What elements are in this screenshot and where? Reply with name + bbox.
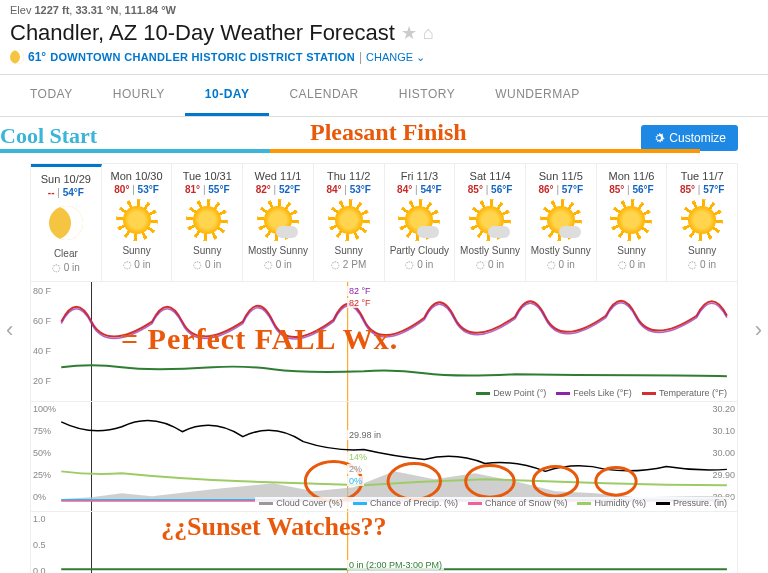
annotation-pleasant-finish: Pleasant Finish	[310, 119, 467, 146]
customize-button[interactable]: Customize	[641, 125, 738, 151]
day-precip: ◌ 0 in	[245, 259, 311, 270]
day-precip: ◌ 0 in	[174, 259, 240, 270]
chart2-legend: Cloud Cover (%) Chance of Precip. (%) Ch…	[255, 497, 731, 509]
day-date: Tue 10/31	[174, 170, 240, 182]
hum-plot-svg	[31, 402, 737, 511]
day-precip: ◌ 0 in	[528, 259, 594, 270]
hover-cloud: 2%	[347, 464, 364, 474]
moon-icon	[10, 50, 24, 64]
day-condition: Clear	[33, 248, 99, 260]
day-temps: 84° | 54°F	[387, 184, 453, 195]
chart1-legend: Dew Point (°) Feels Like (°F) Temperatur…	[472, 387, 731, 399]
tab-wundermap[interactable]: WUNDERMAP	[475, 75, 600, 116]
day-temps: 85° | 56°F	[457, 184, 523, 195]
sun-icon	[688, 206, 716, 234]
day-column[interactable]: Wed 11/182° | 52°FMostly Sunny◌ 0 in	[243, 164, 314, 281]
day-precip: ◌ 0 in	[599, 259, 665, 270]
day-column[interactable]: Sun 10/29-- | 54°FClear◌ 0 in	[31, 164, 102, 281]
day-temps: 82° | 52°F	[245, 184, 311, 195]
gear-icon	[653, 132, 665, 144]
day-column[interactable]: Fri 11/384° | 54°FPartly Cloudy◌ 0 in	[385, 164, 456, 281]
day-date: Fri 11/3	[387, 170, 453, 182]
day-column[interactable]: Tue 11/785° | 57°FSunny◌ 0 in	[667, 164, 737, 281]
day-precip: ◌ 0 in	[33, 262, 99, 273]
day-date: Sun 11/5	[528, 170, 594, 182]
moon-icon	[49, 206, 83, 240]
day-condition: Partly Cloudy	[387, 245, 453, 257]
chevron-down-icon: ⌄	[416, 51, 425, 63]
day-condition: Sunny	[599, 245, 665, 257]
day-condition: Sunny	[104, 245, 170, 257]
favorite-star-icon[interactable]: ★	[401, 22, 417, 44]
day-column[interactable]: Sat 11/485° | 56°FMostly Sunny◌ 0 in	[455, 164, 526, 281]
tab-today[interactable]: TODAY	[10, 75, 93, 116]
home-icon[interactable]: ⌂	[423, 23, 434, 44]
station-name[interactable]: DOWNTOWN CHANDLER HISTORIC DISTRICT STAT…	[50, 51, 355, 63]
page-title: Chandler, AZ 10-Day Weather Forecast ★ ⌂	[0, 18, 768, 48]
next-days-arrow[interactable]: ›	[755, 317, 762, 343]
day-precip: ◌ 2 PM	[316, 259, 382, 270]
day-date: Thu 11/2	[316, 170, 382, 182]
day-column[interactable]: Tue 10/3181° | 55°FSunny◌ 0 in	[172, 164, 243, 281]
day-condition: Sunny	[174, 245, 240, 257]
temp-plot-svg	[31, 282, 737, 401]
hover-feels-like: 82 °F	[347, 286, 373, 296]
day-precip: ◌ 0 in	[387, 259, 453, 270]
sun-icon	[405, 206, 433, 234]
annotation-orange-underline	[270, 149, 700, 153]
sun-icon	[547, 206, 575, 234]
day-condition: Mostly Sunny	[245, 245, 311, 257]
precip-chart[interactable]: 1.0 0.5 0.0 0 in (2:00 PM-3:00 PM) ¿¿Sun…	[30, 512, 738, 573]
day-condition: Mostly Sunny	[457, 245, 523, 257]
day-temps: 86° | 57°F	[528, 184, 594, 195]
tab-hourly[interactable]: HOURLY	[93, 75, 185, 116]
prev-days-arrow[interactable]: ‹	[6, 317, 13, 343]
day-condition: Sunny	[669, 245, 735, 257]
tab-history[interactable]: HISTORY	[379, 75, 475, 116]
sun-icon	[617, 206, 645, 234]
hover-precip: 0 in (2:00 PM-3:00 PM)	[347, 560, 444, 570]
annotation-blue-underline	[0, 149, 270, 153]
day-temps: 85° | 57°F	[669, 184, 735, 195]
day-column[interactable]: Sun 11/586° | 57°FMostly Sunny◌ 0 in	[526, 164, 597, 281]
annotation-cool-start: Cool Start	[0, 123, 97, 149]
day-date: Mon 11/6	[599, 170, 665, 182]
day-precip: ◌ 0 in	[669, 259, 735, 270]
day-temps: -- | 54°F	[33, 187, 99, 198]
hover-humidity: 14%	[347, 452, 369, 462]
day-date: Sun 10/29	[33, 173, 99, 185]
sun-icon	[193, 206, 221, 234]
day-date: Sat 11/4	[457, 170, 523, 182]
change-station-link[interactable]: CHANGE ⌄	[366, 51, 425, 64]
tab-10-day[interactable]: 10-DAY	[185, 75, 270, 116]
day-column[interactable]: Mon 10/3080° | 53°FSunny◌ 0 in	[102, 164, 173, 281]
day-temps: 80° | 53°F	[104, 184, 170, 195]
hover-temp: 82 °F	[347, 298, 373, 308]
sun-icon	[264, 206, 292, 234]
forecast-days-row: Sun 10/29-- | 54°FClear◌ 0 inMon 10/3080…	[30, 163, 738, 282]
day-column[interactable]: Mon 11/685° | 56°FSunny◌ 0 in	[597, 164, 668, 281]
sun-icon	[123, 206, 151, 234]
svg-point-10	[596, 467, 636, 495]
hover-pop: 0%	[347, 476, 364, 486]
day-column[interactable]: Thu 11/284° | 53°FSunny◌ 2 PM	[314, 164, 385, 281]
tab-calendar[interactable]: CALENDAR	[269, 75, 378, 116]
tab-bar: TODAYHOURLY10-DAYCALENDARHISTORYWUNDERMA…	[0, 74, 768, 117]
day-condition: Sunny	[316, 245, 382, 257]
sun-icon	[335, 206, 363, 234]
day-temps: 85° | 56°F	[599, 184, 665, 195]
day-precip: ◌ 0 in	[457, 259, 523, 270]
day-temps: 84° | 53°F	[316, 184, 382, 195]
station-line: 61° DOWNTOWN CHANDLER HISTORIC DISTRICT …	[0, 48, 768, 74]
geo-meta: Elev 1227 ft, 33.31 °N, 111.84 °W	[0, 0, 768, 18]
humidity-pressure-chart[interactable]: 100% 75% 50% 25% 0% 30.20 30.10 30.00 29…	[30, 402, 738, 512]
day-date: Mon 10/30	[104, 170, 170, 182]
day-temps: 81° | 55°F	[174, 184, 240, 195]
day-condition: Mostly Sunny	[528, 245, 594, 257]
day-date: Wed 11/1	[245, 170, 311, 182]
hover-pressure: 29.98 in	[347, 430, 383, 440]
day-precip: ◌ 0 in	[104, 259, 170, 270]
day-date: Tue 11/7	[669, 170, 735, 182]
temperature-chart[interactable]: 80 F 60 F 40 F 20 F 82 °F 82 °F Dew Poin…	[30, 282, 738, 402]
current-temp: 61°	[28, 50, 46, 64]
